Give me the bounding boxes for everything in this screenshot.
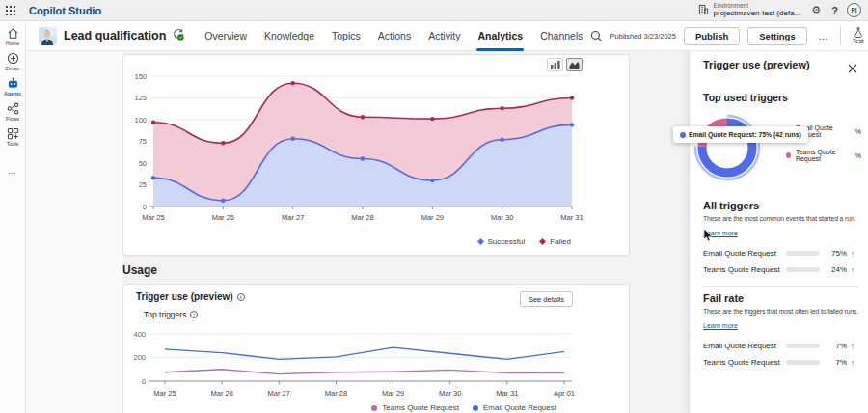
run-outcomes-legend: SuccessfulFailed: [478, 237, 571, 246]
trend-up-icon: ↑: [847, 358, 858, 368]
legend-marker: [539, 238, 546, 245]
svg-text:Mar 29: Mar 29: [382, 389, 404, 398]
donut-chart[interactable]: [689, 109, 766, 186]
settings-button[interactable]: Settings: [747, 27, 806, 45]
flows-icon: [7, 102, 19, 115]
settings-gear-icon[interactable]: ⚙: [809, 4, 823, 16]
fail-rate-title: Fail rate: [703, 292, 858, 304]
info-icon[interactable]: [237, 293, 245, 301]
usage-section-title: Usage: [122, 263, 157, 277]
tab-activity[interactable]: Activity: [421, 21, 467, 51]
svg-text:Mar 28: Mar 28: [351, 213, 373, 222]
published-status-icon: [172, 27, 184, 44]
top-used-triggers-donut: Email Quote Request%Teams Quote Request%: [703, 109, 858, 194]
info-icon[interactable]: [190, 311, 198, 318]
agents-icon: [7, 77, 19, 90]
close-icon[interactable]: [847, 59, 858, 78]
fail-rate-rows: Email Quote Request7%↑Teams Quote Reques…: [703, 338, 858, 371]
trigger-use-card: Trigger use (preview) See details Top tr…: [122, 284, 630, 413]
environment-value: projectmaven-test (defa...: [714, 10, 801, 17]
trigger-bar: [786, 344, 820, 348]
tab-overview[interactable]: Overview: [198, 21, 254, 51]
tab-channels[interactable]: Channels: [533, 21, 589, 51]
sidebar-item-create[interactable]: Create: [0, 52, 26, 71]
trigger-bar: [786, 267, 820, 272]
sidebar-more-button[interactable]: …: [8, 166, 17, 176]
top-app-bar: Copilot Studio Environment projectmaven-…: [0, 0, 868, 21]
svg-text:Mar 28: Mar 28: [325, 389, 347, 398]
trigger-label: Email Quote Request: [703, 342, 786, 350]
trigger-use-legend: Teams Quote RequestEmail Quote Request: [371, 403, 556, 412]
trigger-label: Email Quote Request: [703, 249, 786, 258]
trend-up-icon: ↑: [847, 249, 858, 259]
tab-bar: OverviewKnowledgeTopicsActionsActivityAn…: [198, 21, 589, 51]
svg-text:150: 150: [134, 72, 147, 81]
agent-name: Lead qualification: [64, 29, 166, 42]
run-outcomes-area-chart: 0255075100125150Mar 25Mar 26Mar 27Mar 28…: [123, 55, 631, 233]
fail-rate-description: These are the triggers that most often l…: [703, 308, 858, 315]
trigger-row-email-quote-request: Email Quote Request7%↑: [703, 338, 858, 354]
svg-text:Mar 30: Mar 30: [439, 389, 461, 398]
trigger-value: 7%: [824, 358, 847, 367]
svg-text:Mar 25: Mar 25: [142, 213, 164, 222]
tooltip-text: Email Quote Request: 75% (42 runs): [689, 131, 801, 138]
tab-knowledge[interactable]: Knowledge: [258, 21, 321, 51]
trigger-value: 7%: [824, 342, 847, 350]
all-triggers-description: These are the most common events that st…: [703, 215, 858, 222]
beaker-icon: [854, 27, 863, 38]
all-triggers-rows: Email Quote Request75%↑Teams Quote Reque…: [703, 245, 858, 278]
donut-legend-teams-quote-request[interactable]: Teams Quote Request%: [786, 149, 861, 162]
legend-item-successful[interactable]: Successful: [478, 237, 526, 246]
svg-text:Apr 01: Apr 01: [554, 389, 575, 398]
left-nav-rail: HomeCreateAgentsFlowsTools…: [0, 21, 26, 413]
bar-chart-toggle-icon[interactable]: [547, 58, 563, 71]
sidebar-item-home[interactable]: Home: [0, 27, 26, 46]
help-icon[interactable]: ?: [831, 5, 838, 16]
svg-text:Mar 27: Mar 27: [282, 213, 304, 222]
trigger-row-email-quote-request: Email Quote Request75%↑: [703, 245, 858, 262]
panel-divider: [703, 286, 858, 287]
svg-text:Mar 29: Mar 29: [421, 213, 444, 222]
donut-tooltip: Email Quote Request: 75% (42 runs): [673, 126, 808, 143]
waffle-menu-icon[interactable]: [0, 0, 21, 21]
search-icon[interactable]: [590, 30, 603, 42]
user-avatar[interactable]: PI: [847, 3, 861, 17]
sidebar-item-agents[interactable]: Agents: [0, 77, 26, 96]
svg-text:Mar 30: Mar 30: [491, 213, 513, 222]
environment-picker[interactable]: Environment projectmaven-test (defa...: [698, 2, 801, 19]
svg-text:Mar 31: Mar 31: [496, 389, 518, 398]
trigger-row-teams-quote-request: Teams Quote Request7%↑: [703, 354, 858, 371]
test-agent-button[interactable]: Test: [849, 27, 868, 44]
sidebar-item-tools[interactable]: Tools: [0, 127, 26, 147]
legend-marker: [371, 405, 377, 411]
trigger-row-teams-quote-request: Teams Quote Request24%↑: [703, 262, 858, 278]
fail-rate-learn-more-link[interactable]: Learn more: [703, 322, 738, 329]
svg-text:200: 200: [133, 353, 146, 362]
agent-header: Lead qualification OverviewKnowledgeTopi…: [26, 21, 868, 51]
create-icon: [7, 52, 19, 65]
svg-text:25: 25: [139, 180, 147, 189]
legend-item-failed[interactable]: Failed: [540, 237, 571, 246]
trigger-label: Teams Quote Request: [703, 265, 786, 274]
tab-actions[interactable]: Actions: [371, 21, 418, 51]
sidebar-item-flows[interactable]: Flows: [0, 102, 26, 122]
publish-button[interactable]: Publish: [684, 27, 740, 45]
run-outcomes-chart-card: 0255075100125150Mar 25Mar 26Mar 27Mar 28…: [122, 54, 630, 256]
trigger-value: 75%: [824, 249, 847, 258]
chart-type-toggles: [547, 58, 583, 71]
see-details-button[interactable]: See details: [520, 291, 573, 307]
svg-text:Mar 27: Mar 27: [268, 389, 290, 398]
app-title: Copilot Studio: [29, 5, 101, 16]
more-options-button[interactable]: …: [815, 29, 832, 43]
svg-text:0: 0: [143, 203, 147, 211]
legend-item-email-quote-request[interactable]: Email Quote Request: [473, 403, 556, 412]
svg-text:Mar 26: Mar 26: [212, 213, 234, 222]
legend-item-teams-quote-request[interactable]: Teams Quote Request: [371, 403, 459, 412]
trigger-label: Teams Quote Request: [703, 358, 786, 367]
tab-topics[interactable]: Topics: [325, 21, 367, 51]
svg-text:400: 400: [133, 330, 146, 339]
area-chart-toggle-icon[interactable]: [566, 58, 583, 71]
trigger-bar: [786, 360, 820, 365]
trend-up-icon: ↑: [847, 265, 858, 275]
tab-analytics[interactable]: Analytics: [471, 21, 529, 51]
